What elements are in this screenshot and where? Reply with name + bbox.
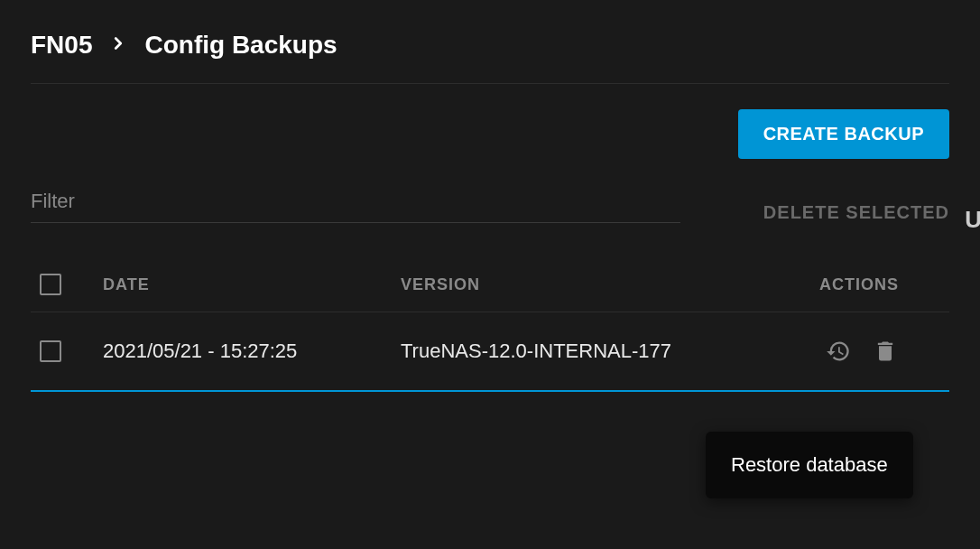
column-header-date[interactable]: DATE (103, 275, 401, 294)
restore-icon[interactable] (825, 338, 852, 365)
chevron-right-icon (108, 33, 128, 57)
delete-icon[interactable] (872, 338, 899, 365)
table-header-row: DATE VERSION ACTIONS (31, 257, 949, 312)
cell-version: TrueNAS-12.0-INTERNAL-177 (401, 340, 744, 363)
row-checkbox[interactable] (40, 340, 61, 362)
filter-input[interactable] (31, 186, 680, 217)
column-header-version[interactable]: VERSION (401, 275, 744, 294)
column-header-actions: ACTIONS (744, 275, 949, 294)
select-all-checkbox[interactable] (40, 274, 61, 295)
backups-table: DATE VERSION ACTIONS 2021/05/21 - 15:27:… (31, 257, 949, 392)
cell-date: 2021/05/21 - 15:27:25 (103, 340, 401, 363)
table-row: 2021/05/21 - 15:27:25 TrueNAS-12.0-INTER… (31, 312, 949, 392)
side-truncated-text: U (965, 206, 980, 234)
delete-selected-button[interactable]: DELETE SELECTED (763, 202, 949, 223)
breadcrumb: FN05 Config Backups (31, 33, 949, 84)
breadcrumb-root[interactable]: FN05 (31, 33, 92, 58)
filter-field-wrap (31, 186, 680, 223)
breadcrumb-current: Config Backups (144, 33, 337, 58)
restore-tooltip: Restore database (706, 432, 913, 498)
create-backup-button[interactable]: CREATE BACKUP (738, 109, 949, 159)
